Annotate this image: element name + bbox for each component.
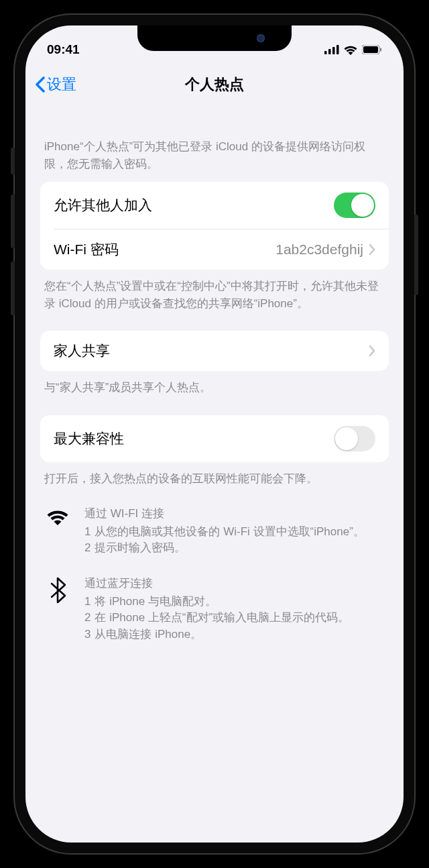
allow-others-label: 允许其他人加入	[54, 196, 152, 215]
svg-rect-0	[324, 51, 327, 54]
max-compat-group: 最大兼容性	[40, 415, 389, 462]
wifi-icon	[343, 44, 358, 55]
wifi-password-row[interactable]: Wi-Fi 密码 1ab2c3defghij	[54, 229, 389, 270]
status-time: 09:41	[47, 42, 80, 57]
page-title: 个人热点	[185, 74, 244, 95]
wifi-password-value: 1ab2c3defghij	[275, 241, 363, 258]
phone-frame: 09:41 设置 个人热点	[13, 13, 416, 855]
bt-info-step-1: 将 iPhone 与电脑配对。	[95, 594, 216, 610]
allow-others-row[interactable]: 允许其他人加入	[40, 182, 389, 229]
allow-others-toggle[interactable]	[334, 193, 375, 218]
bt-info-title: 通过蓝牙连接	[84, 576, 385, 592]
family-sharing-group: 家人共享	[40, 331, 389, 371]
max-compat-label: 最大兼容性	[54, 429, 124, 448]
battery-icon	[362, 45, 382, 54]
back-button[interactable]: 设置	[35, 74, 76, 95]
front-camera-icon	[257, 34, 265, 42]
hotspot-settings-group: 允许其他人加入 Wi-Fi 密码 1ab2c3defghij	[40, 182, 389, 270]
wifi-password-label: Wi-Fi 密码	[54, 240, 119, 259]
back-label: 设置	[47, 74, 76, 95]
bt-info-step-2: 在 iPhone 上轻点“配对”或输入电脑上显示的代码。	[95, 610, 349, 627]
svg-rect-6	[380, 48, 381, 52]
bluetooth-icon	[44, 576, 71, 643]
chevron-left-icon	[35, 76, 46, 93]
allow-others-footer: 您在“个人热点”设置中或在“控制中心”中将其打开时，允许其他未登录 iCloud…	[40, 270, 389, 331]
wifi-icon	[44, 506, 71, 557]
wifi-info-title: 通过 WI-FI 连接	[84, 506, 385, 523]
notch	[137, 25, 292, 51]
chevron-right-icon	[369, 243, 375, 256]
header-description: iPhone“个人热点”可为其他已登录 iCloud 的设备提供网络访问权限，您…	[40, 105, 389, 182]
chevron-right-icon	[369, 345, 375, 357]
svg-rect-2	[332, 47, 335, 54]
family-sharing-row[interactable]: 家人共享	[40, 331, 389, 371]
svg-rect-3	[336, 45, 339, 54]
bt-info-step-3: 从电脑连接 iPhone。	[95, 627, 202, 643]
nav-bar: 设置 个人热点	[25, 64, 404, 105]
svg-rect-1	[328, 49, 331, 54]
screen: 09:41 设置 个人热点	[25, 25, 404, 843]
wifi-instructions: 通过 WI-FI 连接 1从您的电脑或其他设备的 Wi-Fi 设置中选取“iPh…	[40, 496, 389, 566]
svg-rect-5	[363, 46, 378, 53]
max-compat-row[interactable]: 最大兼容性	[40, 415, 389, 462]
wifi-info-step-1: 从您的电脑或其他设备的 Wi-Fi 设置中选取“iPhone”。	[95, 524, 364, 541]
max-compat-toggle[interactable]	[334, 426, 375, 451]
cellular-icon	[324, 45, 339, 54]
family-sharing-footer: 与“家人共享”成员共享个人热点。	[40, 371, 389, 415]
family-sharing-label: 家人共享	[54, 341, 110, 360]
wifi-info-step-2: 提示时输入密码。	[95, 540, 186, 557]
max-compat-footer: 打开后，接入您热点的设备的互联网性能可能会下降。	[40, 462, 389, 497]
bluetooth-instructions: 通过蓝牙连接 1将 iPhone 与电脑配对。 2在 iPhone 上轻点“配对…	[40, 566, 389, 653]
